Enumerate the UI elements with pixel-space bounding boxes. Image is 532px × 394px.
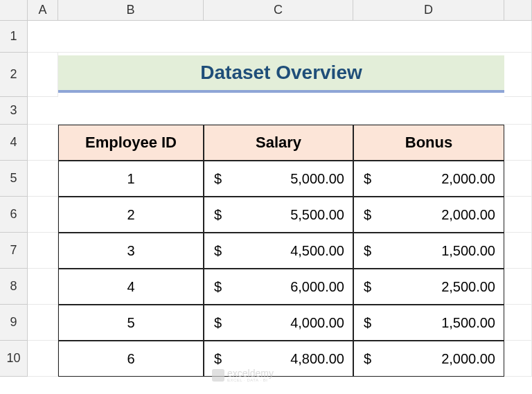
table-header-employee-id[interactable]: Employee ID (58, 125, 204, 161)
currency-symbol: $ (214, 351, 222, 367)
salary-value: 4,500.00 (290, 243, 344, 259)
cell-a10[interactable] (28, 341, 58, 377)
currency-symbol: $ (214, 279, 222, 295)
watermark-name: exceldemy (227, 368, 274, 378)
row-header-3[interactable]: 3 (0, 97, 28, 125)
row-header-4[interactable]: 4 (0, 125, 28, 161)
salary-value: 4,000.00 (290, 315, 344, 331)
table-row-bonus[interactable]: $1,500.00 (353, 233, 504, 269)
table-row-salary[interactable]: $4,000.00 (204, 305, 353, 341)
table-row-id[interactable]: 3 (58, 233, 204, 269)
cell-a3[interactable] (28, 97, 532, 125)
row-header-10[interactable]: 10 (0, 341, 28, 377)
grid-corner[interactable] (0, 0, 28, 21)
bonus-value: 2,000.00 (441, 207, 495, 223)
table-row-id[interactable]: 2 (58, 197, 204, 233)
table-row-bonus[interactable]: $2,000.00 (353, 161, 504, 197)
col-header-a[interactable]: A (28, 0, 58, 21)
salary-value: 5,000.00 (290, 171, 344, 187)
row-header-2[interactable]: 2 (0, 53, 28, 97)
bonus-value: 1,500.00 (441, 315, 495, 331)
watermark: exceldemy EXCEL · DATA · BI (212, 368, 274, 382)
watermark-sub: EXCEL · DATA · BI (227, 378, 274, 382)
currency-symbol: $ (364, 279, 371, 295)
currency-symbol: $ (214, 243, 222, 259)
row-header-5[interactable]: 5 (0, 161, 28, 197)
cell-e8[interactable] (504, 269, 532, 305)
cell-e2[interactable] (504, 53, 532, 97)
spreadsheet-grid: A B C D 1 2 Dataset Overview 3 4 Employe… (0, 0, 532, 377)
currency-symbol: $ (214, 315, 222, 331)
salary-value: 6,000.00 (290, 279, 344, 295)
cell-a6[interactable] (28, 197, 58, 233)
table-row-id[interactable]: 5 (58, 305, 204, 341)
cell-a8[interactable] (28, 269, 58, 305)
page-title[interactable]: Dataset Overview (58, 55, 504, 93)
cell-e9[interactable] (504, 305, 532, 341)
cell-e5[interactable] (504, 161, 532, 197)
cell-a5[interactable] (28, 161, 58, 197)
cell-a1[interactable] (28, 21, 532, 53)
row-header-9[interactable]: 9 (0, 305, 28, 341)
salary-value: 5,500.00 (290, 207, 344, 223)
currency-symbol: $ (214, 171, 222, 187)
salary-value: 4,800.00 (290, 351, 344, 367)
logo-icon (212, 369, 224, 382)
col-header-c[interactable]: C (204, 0, 353, 21)
cell-e7[interactable] (504, 233, 532, 269)
currency-symbol: $ (364, 351, 371, 367)
table-header-bonus[interactable]: Bonus (353, 125, 504, 161)
cell-a7[interactable] (28, 233, 58, 269)
bonus-value: 2,000.00 (441, 351, 495, 367)
table-header-salary[interactable]: Salary (204, 125, 353, 161)
cell-e4[interactable] (504, 125, 532, 161)
col-header-d[interactable]: D (353, 0, 504, 21)
row-header-6[interactable]: 6 (0, 197, 28, 233)
cell-e6[interactable] (504, 197, 532, 233)
bonus-value: 2,500.00 (441, 279, 495, 295)
currency-symbol: $ (364, 315, 371, 331)
table-row-salary[interactable]: $4,500.00 (204, 233, 353, 269)
bonus-value: 1,500.00 (441, 243, 495, 259)
table-row-bonus[interactable]: $2,000.00 (353, 341, 504, 377)
table-row-bonus[interactable]: $2,000.00 (353, 197, 504, 233)
cell-a9[interactable] (28, 305, 58, 341)
bonus-value: 2,000.00 (441, 171, 495, 187)
row-header-7[interactable]: 7 (0, 233, 28, 269)
table-row-salary[interactable]: $5,000.00 (204, 161, 353, 197)
table-row-salary[interactable]: $6,000.00 (204, 269, 353, 305)
col-header-blank[interactable] (504, 0, 532, 21)
table-row-bonus[interactable]: $2,500.00 (353, 269, 504, 305)
row-header-8[interactable]: 8 (0, 269, 28, 305)
currency-symbol: $ (364, 207, 371, 223)
table-row-id[interactable]: 6 (58, 341, 204, 377)
currency-symbol: $ (364, 171, 371, 187)
table-row-id[interactable]: 1 (58, 161, 204, 197)
cell-a2[interactable] (28, 53, 58, 97)
table-row-id[interactable]: 4 (58, 269, 204, 305)
table-row-bonus[interactable]: $1,500.00 (353, 305, 504, 341)
currency-symbol: $ (214, 207, 222, 223)
row-header-1[interactable]: 1 (0, 21, 28, 53)
currency-symbol: $ (364, 243, 371, 259)
col-header-b[interactable]: B (58, 0, 204, 21)
cell-a4[interactable] (28, 125, 58, 161)
cell-e10[interactable] (504, 341, 532, 377)
table-row-salary[interactable]: $5,500.00 (204, 197, 353, 233)
